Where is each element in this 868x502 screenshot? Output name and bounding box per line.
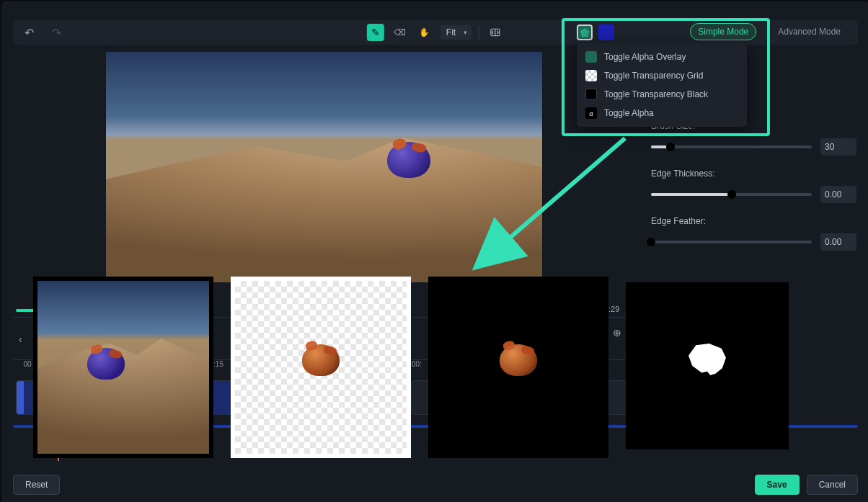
menu-item-alpha[interactable]: α Toggle Alpha [577, 104, 747, 122]
chevron-down-icon: ▾ [464, 29, 467, 36]
thumb-alpha-matte [626, 282, 789, 449]
overlay-swatch-alpha[interactable] [577, 24, 593, 40]
menu-item-transparency-black[interactable]: Toggle Transparency Black [577, 85, 747, 104]
mode-tabs: Simple Mode Advanced Mode [690, 23, 848, 40]
preview-canvas[interactable] [106, 52, 542, 282]
param-label: Edge Feather: [651, 216, 856, 226]
menu-item-transparency-grid[interactable]: Toggle Transparency Grid [577, 66, 747, 85]
toolbar-divider [479, 26, 479, 39]
edge-thickness-slider[interactable] [651, 193, 812, 196]
save-button[interactable]: Save [755, 475, 800, 495]
thumb-transparency-grid [231, 277, 411, 458]
alpha-overlay-icon [585, 51, 597, 63]
edge-feather-slider[interactable] [651, 241, 812, 243]
edge-thickness-input[interactable] [820, 186, 856, 203]
cutout-subject [384, 138, 434, 181]
timeline-scroll-left[interactable]: ‹ [19, 333, 22, 345]
transparency-black-icon [585, 89, 597, 100]
pan-tool-button[interactable] [416, 24, 433, 41]
menu-item-label: Toggle Transparency Black [604, 89, 708, 99]
thumb-transparency-black [428, 277, 608, 458]
overlay-mode-menu: Toggle Alpha Overlay Toggle Transparency… [577, 43, 747, 127]
menu-item-label: Toggle Transparency Grid [604, 71, 703, 81]
menu-item-label: Toggle Alpha [604, 108, 654, 118]
alpha-icon: α [585, 107, 597, 119]
brush-tool-button[interactable] [367, 24, 384, 41]
edge-feather-input[interactable] [820, 233, 856, 251]
overlay-mode-swatches [577, 24, 614, 40]
undo-button[interactable] [20, 24, 37, 41]
tab-simple-mode[interactable]: Simple Mode [690, 23, 756, 40]
dialog-footer: Reset Save Cancel [13, 475, 858, 495]
transparency-grid-icon [585, 70, 597, 81]
compare-toggle-button[interactable] [487, 24, 504, 41]
menu-item-alpha-overlay[interactable]: Toggle Alpha Overlay [577, 48, 747, 66]
tab-advanced-mode[interactable]: Advanced Mode [771, 24, 848, 40]
zoom-fit-select[interactable]: Fit ▾ [440, 25, 471, 40]
reset-button[interactable]: Reset [13, 475, 60, 495]
eraser-tool-button[interactable] [391, 24, 409, 41]
overlay-swatch-color[interactable] [598, 24, 614, 40]
param-label: Edge Thickness: [651, 169, 856, 179]
brush-size-input[interactable] [820, 138, 856, 156]
param-edge-thickness: Edge Thickness: [651, 169, 856, 203]
brush-size-slider[interactable] [651, 145, 812, 148]
thumb-alpha-overlay [33, 277, 213, 458]
param-edge-feather: Edge Feather: [651, 216, 856, 251]
ruler-tick: 00 [23, 360, 31, 368]
overlay-preview-thumbnails [33, 277, 789, 458]
menu-item-label: Toggle Alpha Overlay [604, 52, 686, 62]
cancel-button[interactable]: Cancel [807, 475, 858, 495]
redo-button[interactable] [48, 24, 65, 41]
